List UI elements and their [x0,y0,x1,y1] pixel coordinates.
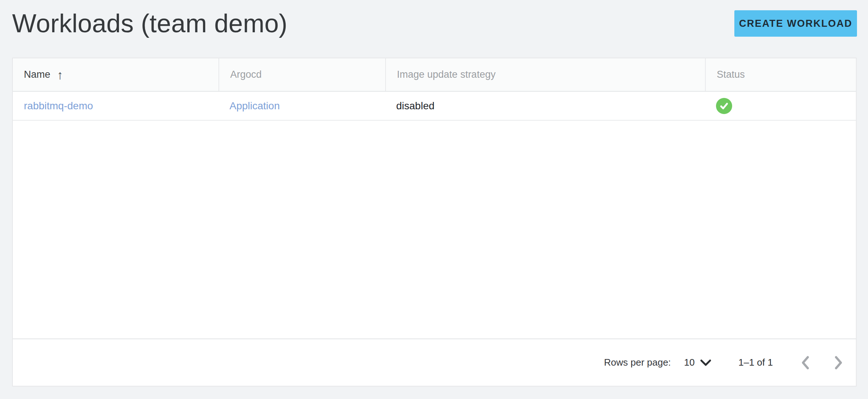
column-header-name-label: Name [24,69,50,80]
column-header-argocd-label: Argocd [230,69,262,80]
rows-per-page-value: 10 [684,357,695,368]
next-page-button[interactable] [832,354,845,371]
chevron-down-icon [700,359,712,366]
cell-argocd: Application [218,100,385,112]
workloads-page: Workloads (team demo) CREATE WORKLOAD Na… [0,0,868,399]
column-header-image-update-strategy-label: Image update strategy [397,69,496,80]
column-header-image-update-strategy[interactable]: Image update strategy [385,58,705,91]
check-icon [719,101,729,111]
workload-name-link[interactable]: rabbitmq-demo [24,100,93,112]
previous-page-button[interactable] [799,354,811,371]
table-header-row: Name ↑ Argocd Image update strategy Stat… [13,58,856,92]
chevron-right-icon [834,355,843,370]
rows-per-page-label: Rows per page: [604,357,671,368]
column-header-name[interactable]: Name ↑ [13,58,218,91]
rows-per-page-select[interactable]: 10 [684,357,712,368]
argocd-application-link[interactable]: Application [229,100,280,112]
column-header-status-label: Status [717,69,745,80]
table-row: rabbitmq-demo Application disabled [13,92,856,121]
image-update-strategy-value: disabled [396,100,434,112]
chevron-left-icon [801,355,810,370]
cell-image-update-strategy: disabled [385,100,705,112]
cell-name: rabbitmq-demo [13,100,218,112]
pagination-range-label: 1–1 of 1 [738,357,773,368]
table-empty-area [13,121,856,338]
sort-ascending-icon: ↑ [57,69,63,81]
create-workload-button[interactable]: CREATE WORKLOAD [734,10,857,37]
page-title: Workloads (team demo) [12,8,287,39]
column-header-argocd[interactable]: Argocd [218,58,385,91]
column-header-status[interactable]: Status [705,58,856,91]
cell-status [705,98,856,114]
pagination-bar: Rows per page: 10 1–1 of 1 [13,338,856,386]
status-success-icon [716,98,732,114]
workloads-table-card: Name ↑ Argocd Image update strategy Stat… [12,58,857,387]
